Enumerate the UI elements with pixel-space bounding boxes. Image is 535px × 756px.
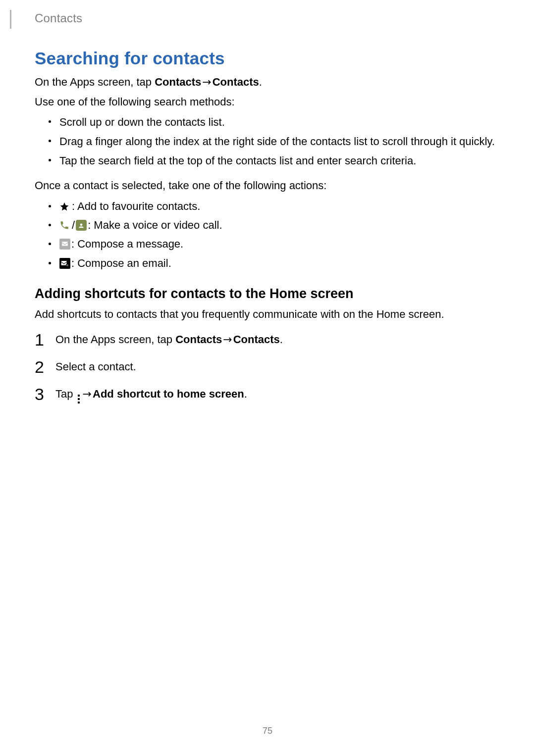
list-item: : Add to favourite contacts. bbox=[49, 198, 500, 215]
methods-intro: Use one of the following search methods: bbox=[35, 94, 500, 110]
email-icon: @ bbox=[59, 258, 70, 269]
text: / bbox=[72, 216, 75, 234]
list-item: Scroll up or down the contacts list. bbox=[49, 114, 500, 130]
text: . bbox=[280, 333, 283, 346]
text-bold: Contacts bbox=[233, 333, 280, 346]
list-item: Tap the search field at the top of the c… bbox=[49, 152, 500, 169]
actions-list: : Add to favourite contacts. / : Make a … bbox=[35, 198, 500, 272]
page-number: 75 bbox=[0, 726, 535, 736]
section-heading: Searching for contacts bbox=[35, 49, 500, 68]
star-icon bbox=[59, 202, 69, 211]
text: On the Apps screen, tap bbox=[35, 76, 155, 88]
more-options-icon bbox=[78, 395, 80, 403]
step-item: Select a contact. bbox=[35, 358, 500, 375]
text: : Compose an email. bbox=[71, 254, 171, 272]
methods-list: Scroll up or down the contacts list. Dra… bbox=[35, 114, 500, 169]
text: . bbox=[244, 388, 247, 400]
actions-intro: Once a contact is selected, take one of … bbox=[35, 178, 500, 194]
step-item: On the Apps screen, tap Contacts → Conta… bbox=[35, 331, 500, 348]
step-item: Tap → Add shortcut to home screen. bbox=[35, 386, 500, 403]
video-call-icon bbox=[76, 220, 87, 231]
svg-text:@: @ bbox=[66, 264, 68, 266]
list-item: @ : Compose an email. bbox=[49, 254, 500, 272]
text: . bbox=[259, 76, 262, 88]
text-bold: Contacts bbox=[213, 76, 259, 88]
text: : Compose a message. bbox=[71, 235, 183, 253]
list-item: : Compose a message. bbox=[49, 235, 500, 253]
text: : Make a voice or video call. bbox=[88, 216, 222, 234]
text: Tap bbox=[55, 388, 76, 400]
breadcrumb: Contacts bbox=[35, 11, 82, 25]
arrow-icon: → bbox=[82, 386, 93, 402]
arrow-icon: → bbox=[222, 331, 233, 348]
text-bold: Contacts bbox=[155, 76, 201, 88]
message-icon bbox=[59, 239, 70, 250]
sub-intro: Add shortcuts to contacts that you frequ… bbox=[35, 306, 500, 322]
text-bold: Contacts bbox=[175, 333, 222, 346]
steps-list: On the Apps screen, tap Contacts → Conta… bbox=[35, 331, 500, 403]
intro-line-1: On the Apps screen, tap Contacts → Conta… bbox=[35, 74, 500, 90]
list-item: / : Make a voice or video call. bbox=[49, 216, 500, 234]
text-bold: Add shortcut to home screen bbox=[93, 388, 244, 400]
list-item: Drag a finger along the index at the rig… bbox=[49, 133, 500, 150]
text: On the Apps screen, tap bbox=[55, 333, 175, 346]
text: : Add to favourite contacts. bbox=[72, 198, 200, 215]
sub-heading: Adding shortcuts for contacts to the Hom… bbox=[35, 286, 500, 302]
header-vertical-rule bbox=[10, 10, 11, 29]
phone-icon bbox=[59, 220, 69, 230]
arrow-icon: → bbox=[201, 74, 212, 90]
